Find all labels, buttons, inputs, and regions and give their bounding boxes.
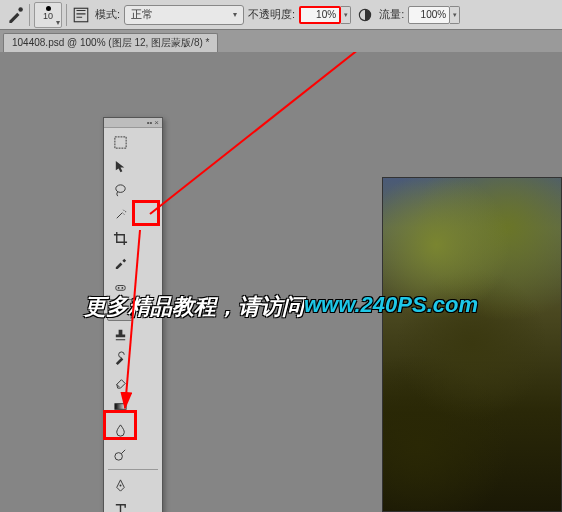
brush-panel-toggle-icon[interactable] — [71, 5, 91, 25]
flow-control: 100% ▾ — [408, 6, 460, 24]
move-tool[interactable] — [107, 155, 133, 177]
opacity-label: 不透明度: — [248, 7, 295, 22]
document-tabs: 104408.psd @ 100% (图层 12, 图层蒙版/8) * — [0, 30, 562, 52]
watermark-cyan: www.240PS.com — [304, 292, 478, 322]
svg-point-0 — [18, 7, 23, 12]
tab-title: 104408.psd @ 100% (图层 12, 图层蒙版/8) * — [12, 37, 209, 48]
crop-tool[interactable] — [107, 227, 133, 249]
eraser-tool[interactable] — [107, 371, 133, 393]
svg-point-4 — [115, 184, 124, 192]
svg-point-7 — [121, 286, 123, 288]
document-tab[interactable]: 104408.psd @ 100% (图层 12, 图层蒙版/8) * — [3, 33, 218, 52]
pen-tool[interactable] — [107, 474, 133, 496]
magic-wand-tool[interactable] — [107, 203, 133, 225]
flow-label: 流量: — [379, 7, 404, 22]
mode-label: 模式: — [95, 7, 120, 22]
svg-rect-5 — [115, 285, 124, 290]
options-bar: 10 模式: 正常 不透明度: 10% ▾ 流量: 100% ▾ — [0, 0, 562, 30]
brush-preset-icon[interactable] — [5, 5, 25, 25]
opacity-value: 10% — [316, 9, 336, 20]
flow-input[interactable]: 100% — [408, 6, 450, 24]
divider — [29, 4, 30, 26]
opacity-input[interactable]: 10% — [299, 6, 341, 24]
tablet-opacity-icon[interactable] — [355, 5, 375, 25]
brush-size-value: 10 — [43, 11, 53, 21]
flow-dropdown[interactable]: ▾ — [450, 6, 460, 24]
svg-point-10 — [119, 484, 121, 486]
blend-mode-value: 正常 — [131, 7, 153, 22]
blend-mode-select[interactable]: 正常 — [124, 5, 244, 25]
svg-line-16 — [150, 52, 378, 214]
opacity-dropdown[interactable]: ▾ — [341, 6, 351, 24]
divider — [66, 4, 67, 26]
history-brush-tool[interactable] — [107, 347, 133, 369]
eyedropper-tool[interactable] — [107, 251, 133, 273]
canvas-image[interactable] — [382, 177, 562, 512]
panel-header[interactable]: ••× — [104, 118, 162, 128]
highlight-foreground-swatch — [103, 410, 137, 440]
lasso-tool[interactable] — [107, 179, 133, 201]
image-content — [383, 178, 561, 511]
svg-rect-3 — [114, 136, 125, 147]
watermark-text: 更多精品教程，请访问 www.240PS.com — [84, 292, 478, 322]
canvas-area: ••× — [0, 52, 562, 512]
stamp-tool[interactable] — [107, 323, 133, 345]
marquee-tool[interactable] — [107, 131, 133, 153]
dodge-tool[interactable] — [107, 443, 133, 465]
highlight-brush-tool — [132, 200, 160, 226]
svg-point-6 — [117, 286, 119, 288]
opacity-control: 10% ▾ — [299, 6, 351, 24]
type-tool[interactable] — [107, 498, 133, 512]
watermark-white: 更多精品教程，请访问 — [84, 292, 304, 322]
brush-size-picker[interactable]: 10 — [34, 2, 62, 28]
flow-value: 100% — [421, 9, 447, 20]
svg-rect-8 — [114, 403, 125, 409]
svg-point-9 — [114, 452, 122, 460]
